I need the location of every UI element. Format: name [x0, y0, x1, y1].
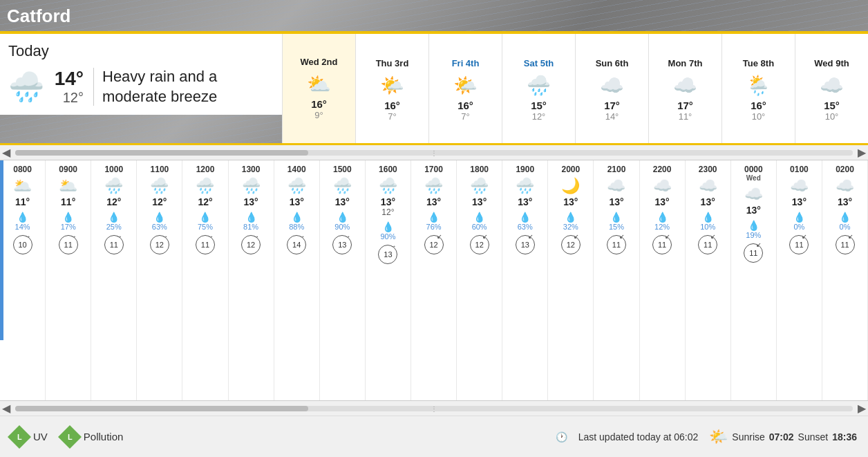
wind-circle-13: 11↙ [607, 235, 626, 254]
hour-icon-4: 🌧️ [196, 177, 214, 195]
rain-pct-13: 15% [609, 223, 624, 231]
day-low-0: 9° [314, 110, 323, 120]
hour-col-10: 1800🌧️13°💧60%12↙ [457, 160, 502, 416]
hour-temp-12: 13° [563, 196, 578, 207]
rain-pct-8: 90% [380, 232, 395, 241]
rain-pct-3: 63% [152, 223, 167, 231]
hour-icon-14: ☁️ [653, 177, 672, 195]
scroll-left-arrow[interactable]: ◀ [0, 145, 12, 160]
day-item-0[interactable]: Wed 2nd⛅16°9° [282, 34, 355, 145]
wind-speed-14: 11 [658, 241, 666, 249]
hour-rain-area-6: 💧88% [289, 212, 304, 231]
wind-circle-9: 12↙ [424, 235, 444, 254]
footer: L UV L Pollution 🕐 Last updated today at… [0, 416, 868, 457]
wind-speed-15: 11 [704, 241, 712, 249]
hour-temp-17: 13° [792, 196, 806, 207]
top-scrollbar[interactable]: ◀ ⋮ ▶ [0, 145, 868, 160]
bottom-scroll-track: ⋮ [15, 406, 853, 411]
wind-dir-14: ↙ [665, 233, 670, 240]
wind-speed-11: 13 [521, 241, 529, 249]
hour-col-15: 2300☁️13°💧10%11↙ [686, 160, 731, 416]
bottom-scroll-right[interactable]: ▶ [856, 402, 868, 415]
rain-pct-10: 60% [472, 223, 487, 231]
today-temp-high: 14° [55, 68, 84, 90]
hour-col-17: 0100☁️13°💧0%11↙ [777, 160, 822, 416]
hour-time-2: 1000 [104, 162, 123, 176]
wind-speed-12: 12 [567, 241, 575, 249]
bottom-scroll-left[interactable]: ◀ [0, 402, 12, 415]
wind-circle-3: 12→ [150, 235, 169, 254]
wind-circle-5: 12→ [241, 235, 261, 254]
wind-circle-1: 11→ [59, 235, 78, 254]
pollution-diamond: L [58, 425, 82, 449]
wind-speed-17: 11 [795, 241, 803, 249]
wind-speed-6: 14 [292, 241, 301, 249]
wind-dir-2: → [116, 233, 122, 240]
hour-time-0: 0800 [13, 162, 32, 176]
day-item-5[interactable]: Mon 7th☁️17°11° [648, 34, 721, 145]
hour-icon-3: 🌧️ [150, 177, 169, 195]
hour-col-14: 2200☁️13°💧12%11↙ [640, 160, 686, 416]
day-high-0: 16° [311, 98, 327, 110]
wind-dir-12: ↙ [574, 233, 579, 240]
day-item-6[interactable]: Tue 8th🌦️16°10° [721, 34, 795, 145]
wind-circle-10: 12↙ [470, 235, 489, 254]
wind-dir-3: → [162, 233, 168, 240]
wind-dir-9: ↙ [437, 233, 442, 240]
today-temp-low: 12° [63, 90, 84, 106]
hour-temp-0: 11° [15, 196, 30, 207]
wind-dir-8: → [390, 243, 396, 250]
wind-circle-8: 13→ [378, 245, 397, 264]
bottom-scrollbar[interactable]: ◀ ⋮ ▶ [0, 400, 868, 416]
rain-pct-6: 88% [289, 223, 304, 231]
rain-pct-4: 75% [198, 223, 213, 231]
wind-dir-5: → [253, 233, 259, 240]
scroll-right-arrow[interactable]: ▶ [856, 145, 868, 160]
hour-temp2-8: 12° [381, 207, 394, 217]
day-icon-6: 🌦️ [746, 74, 771, 97]
bottom-scroll-center: ⋮ [431, 404, 437, 412]
wind-speed-5: 12 [247, 241, 255, 249]
day-low-6: 10° [752, 111, 766, 122]
hour-time-10: 1800 [470, 162, 489, 176]
hour-icon-2: 🌧️ [104, 177, 123, 195]
hour-rain-area-14: 💧12% [654, 212, 670, 231]
wind-dir-0: → [25, 233, 31, 240]
hour-temp-18: 13° [838, 196, 852, 207]
hour-temp-2: 12° [106, 196, 121, 207]
hour-time-18: 0200 [836, 162, 854, 176]
hour-time-9: 1700 [424, 162, 443, 176]
scroll-center-icon: ⋮ [431, 149, 437, 156]
today-content: 🌧️ 14° 12° Heavy rain and a moderate bre… [8, 67, 274, 106]
scroll-track: ⋮ [15, 150, 853, 156]
hour-temp-4: 12° [198, 196, 212, 207]
day-low-1: 7° [388, 111, 396, 122]
bottom-scroll-thumb [15, 406, 308, 411]
day-high-1: 16° [384, 100, 400, 111]
day-item-1[interactable]: Thu 3rd🌤️16°7° [355, 34, 428, 145]
day-low-5: 11° [679, 111, 692, 122]
hour-col-4: 1200🌧️12°💧75%11→ [182, 160, 228, 416]
hour-col-0: 0800🌥️11°💧14%10→ [0, 160, 46, 416]
wind-dir-1: → [70, 233, 77, 240]
wind-dir-17: ↙ [802, 233, 807, 240]
day-name-5: Mon 7th [668, 58, 703, 68]
today-description: Heavy rain and a moderate breeze [102, 67, 274, 106]
day-item-3[interactable]: Sat 5th🌧️15°12° [502, 34, 575, 145]
location-title: Catford [7, 6, 70, 27]
sunrise-label: Sunrise [732, 431, 764, 442]
wind-circle-12: 12↙ [561, 235, 581, 254]
day-item-2[interactable]: Fri 4th🌤️16°7° [428, 34, 502, 145]
today-weather-icon: 🌧️ [8, 70, 44, 104]
hour-rain-area-9: 💧76% [426, 212, 442, 231]
day-item-7[interactable]: Wed 9th☁️15°10° [795, 34, 868, 145]
day-high-4: 17° [604, 100, 620, 111]
hour-rain-area-4: 💧75% [198, 212, 213, 231]
hour-time-1: 0900 [59, 162, 77, 176]
wind-circle-7: 13→ [332, 235, 352, 254]
wind-dir-10: ↙ [482, 233, 488, 240]
day-item-4[interactable]: Sun 6th☁️17°14° [575, 34, 648, 145]
hour-col-8: 1600🌧️13°12°💧90%13→ [366, 160, 411, 416]
hour-temp-3: 12° [152, 196, 167, 207]
rain-pct-7: 90% [334, 223, 350, 231]
